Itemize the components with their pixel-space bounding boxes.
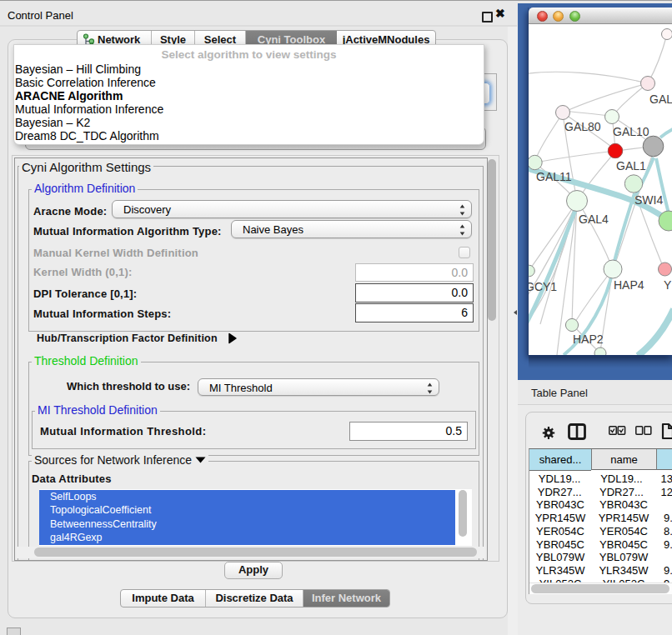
svg-text:GAL1: GAL1 bbox=[616, 159, 646, 172]
svg-text:GCY1: GCY1 bbox=[529, 280, 557, 293]
svg-text:GAL11: GAL11 bbox=[536, 170, 572, 183]
svg-text:HAP4: HAP4 bbox=[614, 278, 644, 292]
svg-text:Y: Y bbox=[664, 278, 672, 292]
svg-text:HAP2: HAP2 bbox=[573, 332, 604, 346]
svg-text:GAL10: GAL10 bbox=[613, 125, 649, 138]
svg-text:GAL4: GAL4 bbox=[579, 212, 609, 226]
svg-text:GAL80: GAL80 bbox=[564, 120, 601, 133]
svg-text:GAL7: GAL7 bbox=[649, 92, 672, 106]
svg-text:SWI4: SWI4 bbox=[634, 193, 663, 207]
